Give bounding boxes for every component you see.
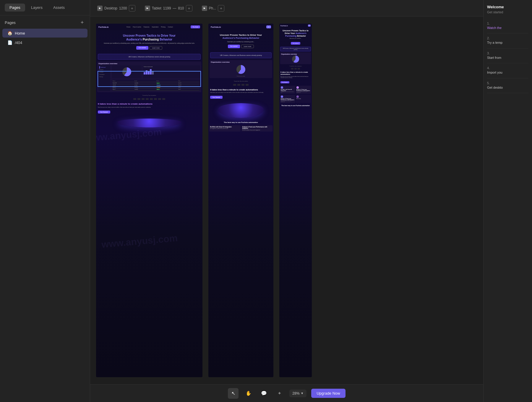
desktop-add-button[interactable]: + <box>129 5 135 12</box>
phone-nav-cta: ✦ <box>308 25 311 27</box>
phone-logo: Fuchsia.io <box>280 25 288 27</box>
feature-bar: UBI Creators, Influencers and Business o… <box>98 54 201 60</box>
phone-card-2-title: Analyse & Track your Performance with An… <box>296 89 310 91</box>
hand-icon: ✋ <box>246 390 252 396</box>
brand-logo-6 <box>154 98 157 100</box>
desktop-play-icon[interactable]: ▶ <box>97 6 103 11</box>
help-item-2[interactable]: 2. Try a temp <box>487 33 528 48</box>
tablet-separator: — <box>173 6 176 10</box>
cell-status-4: Active <box>156 89 178 90</box>
tablet-width: 1199 <box>163 6 171 10</box>
cell-name-4: Mark T. <box>113 89 134 90</box>
hero-secondary-btn: Learn more <box>150 46 163 50</box>
phone-trusted: Trusted by Top companies <box>279 65 312 67</box>
help-item-1-num: 1. <box>487 22 528 25</box>
phone-dash-header: Organization overview <box>281 53 310 55</box>
frame-tab-desktop[interactable]: ▶ Desktop 1200 + <box>94 3 139 13</box>
bar-5 <box>152 71 154 74</box>
hero-title: Uncover Proven Tactics to Drive Your Aud… <box>98 34 200 41</box>
cell-date-1: Jan 12 <box>178 82 200 84</box>
tablet-frame-preview[interactable]: Fuchsia.io ✦ Uncover Proven Tactics to D… <box>208 24 273 377</box>
tablet-best-way: The best way to use Fuchsia automation <box>208 120 273 124</box>
page-item-404[interactable]: 📄 /404 <box>2 38 87 47</box>
tablet-card-1-sub: Get suggestions, publish ideas powered b… <box>210 128 240 129</box>
phone-feature-bar: UBI Creators, Influencers and Business o… <box>280 47 311 51</box>
right-panel: Welcome Get started 1. Watch the 2. Try … <box>483 0 532 402</box>
tablet-donut-container <box>211 64 271 75</box>
hero-purchasing: Purchasing <box>143 38 159 41</box>
frame-tab-phone[interactable]: ▶ Ph... + <box>198 3 228 13</box>
hero-subtitle: Automate your workflow by scheduling pos… <box>98 43 200 44</box>
tablet-card-1-title: Re-Write with Smart AI Integration <box>210 126 240 128</box>
bar-1 <box>144 72 145 74</box>
desktop-frame-preview[interactable]: Fuchsia.io Home How it works Features In… <box>96 24 202 377</box>
sun-tool-button[interactable]: ✦ <box>274 388 285 399</box>
cell-email-2: john@... <box>134 85 156 86</box>
hand-tool-button[interactable]: ✋ <box>243 388 254 399</box>
phone-play-icon[interactable]: ▶ <box>202 6 207 11</box>
tablet-card-2-sub: Effortless analytics of your posts engag… <box>242 129 272 131</box>
phone-add-button[interactable]: + <box>218 5 224 12</box>
dashboard-section: Organization overview Dashboard Analytic… <box>97 61 201 92</box>
phone-card-1: Re-Write with Smart AI Integration Get s… <box>280 86 295 94</box>
upgrade-now-button[interactable]: Upgrade Now <box>311 389 346 398</box>
tablet-hero-title: Uncover Proven Tactics to Drive Your Aud… <box>211 34 271 40</box>
t-logo-2 <box>237 84 240 86</box>
cell-name-3: Anna K. <box>113 87 134 88</box>
phone-mockup: Fuchsia.io ✦ Uncover Proven Tactics to D… <box>279 24 312 377</box>
phone-card-3-icon <box>281 95 283 98</box>
tablet-hero-highlight: Audience's Purchasing Behavior <box>223 37 259 39</box>
tablet-card-2-title: Analyse & Track your Performance with An… <box>242 126 272 129</box>
nav-link-2: How it works <box>133 26 141 28</box>
tab-bar: Pages Layers Assets <box>0 0 90 15</box>
tablet-play-icon[interactable]: ▶ <box>145 6 150 11</box>
tab-layers[interactable]: Layers <box>26 4 47 12</box>
col-email: Email <box>134 80 156 82</box>
automation-section: It takes less than a minute to create au… <box>96 101 202 115</box>
brand-logo-7 <box>158 98 161 100</box>
help-item-4[interactable]: 4. Import you <box>487 63 528 78</box>
phone-donut <box>292 56 299 63</box>
bar-4 <box>150 69 152 74</box>
tablet-donut-label: Performance data <box>211 76 271 77</box>
sidenav-item-5: Settings <box>99 76 109 78</box>
tablet-get-started-btn: Get Started <box>210 96 223 99</box>
tablet-secondary-btn: Learn more <box>241 45 254 48</box>
tablet-feature-cards: Re-Write with Smart AI Integration Get s… <box>208 124 273 132</box>
cell-date-4: Jan 6 <box>178 89 200 90</box>
page-item-home[interactable]: 🏠 Home <box>2 29 87 38</box>
zoom-control[interactable]: 28% ▼ <box>289 390 306 397</box>
phone-feature-grid-2: Analyse & Track your Performance with An… <box>279 94 312 103</box>
phone-card-1-icon <box>281 86 283 89</box>
phone-hero-sub: Automate your workflow... <box>280 38 311 39</box>
phone-label: Ph... <box>209 6 216 10</box>
cell-status-2: Pending <box>156 85 178 86</box>
table-row-4: Mark T. mark@... Active Jan 6 <box>113 88 200 90</box>
help-item-1[interactable]: 1. Watch the <box>487 19 528 33</box>
phone-frame-preview[interactable]: Fuchsia.io ✦ Uncover Proven Tactics to D… <box>279 24 312 377</box>
tablet-nav: Fuchsia.io ✦ <box>208 24 273 30</box>
mockup-nav-desktop: Fuchsia.io Home How it works Features In… <box>96 24 202 30</box>
phone-dashboard: Organization overview <box>280 52 311 64</box>
cell-date-3: Jan 8 <box>178 87 200 88</box>
brand-logo-1 <box>133 98 136 100</box>
page-label-404: /404 <box>15 40 22 45</box>
tablet-donut <box>236 65 245 74</box>
badge-active: Active <box>156 82 160 84</box>
tab-pages[interactable]: Pages <box>5 4 25 12</box>
pages-section-header: Pages + <box>0 15 90 28</box>
tablet-logo: Fuchsia.io <box>211 26 221 28</box>
page-label-home: Home <box>15 31 25 35</box>
add-page-button[interactable]: + <box>79 20 85 25</box>
zoom-chevron-icon: ▼ <box>301 392 304 395</box>
trusted-section: Trusted by Top companies <box>96 93 202 97</box>
select-tool-button[interactable]: ↖ <box>228 388 239 399</box>
planet-section <box>96 116 202 130</box>
chart-label: Vendor testimonials <box>144 66 199 67</box>
frame-tab-tablet[interactable]: ▶ Tablet 1199 — 810 + <box>141 3 196 13</box>
comment-tool-button[interactable]: 💬 <box>259 388 269 399</box>
tab-assets[interactable]: Assets <box>48 4 69 12</box>
help-item-5[interactable]: 5. Get deskto <box>487 78 528 93</box>
help-item-3[interactable]: 3. Start from <box>487 48 528 63</box>
tablet-add-button[interactable]: + <box>186 5 192 12</box>
